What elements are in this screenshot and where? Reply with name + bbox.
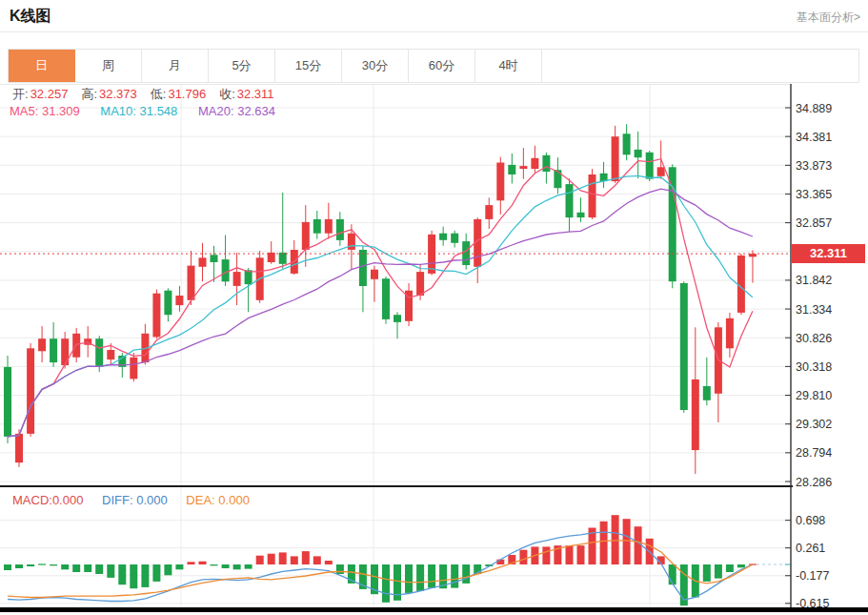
candle-body [531,158,538,169]
macd-bar [623,519,631,564]
macd-bar [382,564,390,603]
candle-body [188,266,195,300]
fundamental-analysis-link[interactable]: 基本面分析> [797,10,860,26]
candle-body [416,272,424,296]
candle-body [623,133,631,154]
macd-bar [519,550,527,564]
current-price-badge: 32.311 [792,244,865,263]
macd-bar [4,564,11,570]
main-pane-baseline [0,485,793,487]
macd-bar [291,556,298,564]
header-divider [0,31,868,32]
candle-body [382,278,390,319]
chart-area: 34.88934.38133.87333.36532.85731.84231.3… [0,84,868,615]
axis-tick-label: 33.365 [796,188,832,201]
axis-tick-label: -0.615 [796,597,829,610]
tab-15min[interactable]: 15分 [275,50,342,82]
axis-tick-label: 34.889 [796,102,832,115]
candle-body [359,250,367,286]
candle-body [130,358,137,379]
tab-30min[interactable]: 30分 [342,50,409,82]
candle-body [542,155,550,172]
candle-body [749,254,757,256]
candle-body [371,270,378,279]
macd-bar [222,564,230,568]
candle-body [737,256,745,313]
macd-bar [726,564,734,572]
candle-body [485,205,493,219]
macd-bar [95,564,103,574]
candle-body [279,253,287,264]
candle-body [680,283,688,410]
close-value: 32.311 [237,87,274,101]
candle-body [703,386,711,400]
candle-body [336,219,344,240]
axis-tick-label: 33.873 [796,159,832,173]
macd-bar [164,564,172,575]
axis-tick-label: 0.261 [796,542,825,555]
candle-body [646,153,654,179]
candle-body [554,170,561,188]
tab-4hour[interactable]: 4时 [475,50,542,82]
macd-bar [107,564,114,578]
macd-bar [152,564,160,582]
macd-bar [325,561,333,564]
macd-bar [211,564,218,565]
macd-bar [130,564,137,588]
high-label: 高: [81,87,97,101]
macd-bar [50,564,57,565]
ma20-line [8,189,753,437]
ma20-readout: MA20: 32.634 [198,104,275,118]
macd-bar [27,564,34,566]
macd-bar [15,564,23,568]
axis-tick-label: 34.381 [796,131,832,144]
timeframe-tabs: 日 周 月 5分 15分 30分 60分 4时 [8,49,859,83]
bottom-border-bar [0,607,868,612]
diff-value-readout: DIFF: 0.000 [102,493,168,507]
ma10-readout: MA10: 31.548 [100,104,177,118]
kline-chart-canvas[interactable]: 34.88934.38133.87333.36532.85731.84231.3… [0,84,868,615]
axis-tick-label: 28.794 [796,446,832,460]
tab-week[interactable]: 周 [75,50,142,82]
candle-body [38,338,46,351]
tabs-filler [542,50,858,82]
low-label: 低: [151,87,167,101]
macd-bar [61,564,69,569]
candle-body [439,234,447,240]
candle-body [211,255,218,262]
open-value: 32.257 [30,87,69,101]
candle-body [152,294,160,338]
macd-bar [428,564,435,588]
macd-bar [612,515,619,564]
macd-bar [600,522,608,564]
macd-bar [715,564,722,579]
tab-5min[interactable]: 5分 [209,50,275,82]
macd-bar [405,564,413,593]
candle-body [175,296,183,305]
candle-body [657,167,665,176]
macd-bar [268,554,275,564]
tab-60min[interactable]: 60分 [409,50,475,82]
candle-body [95,338,103,367]
candle-body [4,367,11,437]
macd-bar [496,560,504,564]
close-label: 收: [219,87,235,101]
candle-body [348,234,355,250]
candle-body [313,219,321,234]
macd-bar [451,564,458,588]
tab-month[interactable]: 月 [142,50,209,82]
candle-body [325,219,333,234]
candle-body [462,241,470,265]
axis-tick-label: 30.826 [796,332,832,345]
macd-bar [118,564,126,584]
candle-body [164,291,172,316]
macd-bar [302,551,310,564]
ma10-line [8,175,753,437]
macd-bar [188,562,195,564]
axis-tick-label: 0.698 [796,514,825,527]
macd-bar [313,556,321,564]
tab-day[interactable]: 日 [9,50,75,82]
candle-body [27,348,34,434]
candle-body [233,272,241,286]
low-value: 31.796 [168,87,206,101]
